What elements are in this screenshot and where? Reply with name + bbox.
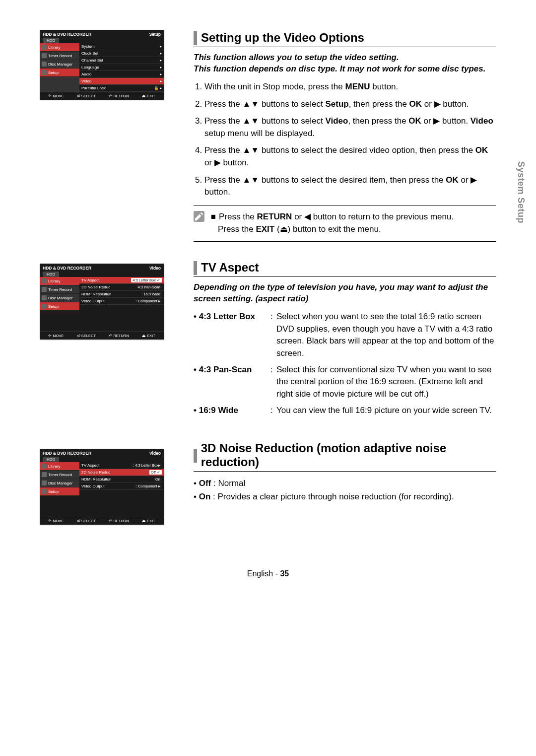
nav-timer: Timer Record [48, 54, 72, 58]
aspect-desc: Select when you want to see the total 16… [276, 311, 496, 360]
osd-menu-item: Video Output: Component ▸ [79, 298, 164, 305]
right-column: Setting up the Video Options This functi… [179, 30, 496, 540]
nav-setup: Setup [48, 489, 59, 494]
osd-menu-item: Channel Set▸ [79, 57, 164, 64]
step-2: Press the ▲▼ buttons to select Setup, th… [204, 98, 496, 111]
osd-menu-item: Audio▸ [79, 71, 164, 78]
osd-menu-item: Video▸ [79, 78, 164, 85]
exit-icon: ⏏ [142, 94, 146, 98]
aspect-label: 4:3 Letter Box [194, 311, 270, 360]
nav-library: Library [48, 464, 60, 469]
osd-title: HDD & DVD RECORDER [43, 451, 91, 456]
move-label: MOVE [53, 334, 64, 338]
intro-video-options: This function allows you to setup the vi… [194, 52, 496, 75]
pencil-icon [194, 211, 204, 222]
osd-corner: Video [149, 451, 161, 456]
osd-3d-noise: HDD & DVD RECORDER Video HDD Library Tim… [40, 449, 164, 525]
nav-timer: Timer Record [48, 473, 72, 477]
nav-disc: Disc Manager [48, 62, 72, 67]
page-footer: English - 35 [0, 569, 536, 578]
select-label: SELECT [81, 334, 96, 338]
osd-title: HDD & DVD RECORDER [43, 266, 91, 271]
osd-corner: Setup [149, 32, 161, 37]
footer-page: 35 [280, 569, 289, 578]
hdd-tab: HDD [43, 272, 59, 277]
select-label: SELECT [81, 519, 96, 523]
osd-menu-item: Parental Lock🔒 ▸ [79, 85, 164, 92]
heading-text: Setting up the Video Options [201, 30, 364, 47]
step-4: Press the ▲▼ buttons to select the desir… [204, 144, 496, 169]
osd-menu-item: HDMI ResolutionOn [79, 476, 164, 483]
nav-setup: Setup [48, 304, 59, 309]
return-icon: ↶ [109, 519, 112, 523]
step-1: With the unit in Stop mode, press the ME… [204, 81, 496, 93]
exit-icon: ⏏ [142, 519, 146, 523]
heading-text: 3D Noise Reduction (motion adaptive nois… [201, 440, 496, 471]
note-line: ■Press the RETURN or ◀ button to return … [211, 211, 494, 223]
osd-title: HDD & DVD RECORDER [43, 32, 91, 37]
hdd-tab: HDD [43, 38, 59, 43]
heading-3d-noise: 3D Noise Reduction (motion adaptive nois… [194, 440, 496, 472]
aspect-desc: You can view the full 16:9 picture on yo… [276, 405, 496, 417]
osd-menu-item: HDMI Resolution16:9 Wide [79, 291, 164, 298]
noise-list: Off : NormalOn : Provides a clear pictur… [194, 477, 496, 503]
heading-tv-aspect: TV Aspect [194, 260, 496, 277]
osd-menu-item: TV Aspect: 4:3 Letter Box▸ [79, 462, 164, 469]
move-icon: ✢ [48, 94, 52, 98]
step-5: Press the ▲▼ buttons to select the desir… [204, 174, 496, 199]
noise-item: On : Provides a clear picture through no… [194, 490, 496, 503]
return-icon: ↶ [109, 334, 112, 338]
aspect-row: 16:9 Wide:You can view the full 16:9 pic… [194, 405, 496, 417]
exit-label: EXIT [147, 94, 155, 98]
osd-menu-item: 3D Noise ReducOff ✓ [79, 469, 164, 476]
osd-menu-item: Video Output: Component ▸ [79, 483, 164, 490]
exit-label: EXIT [147, 334, 155, 338]
aspect-row: 4:3 Pan-Scan:Select this for conventiona… [194, 364, 496, 401]
noise-item: Off : Normal [194, 477, 496, 490]
nav-library: Library [48, 45, 60, 50]
heading-video-options: Setting up the Video Options [194, 30, 496, 47]
intro-tv-aspect: Depending on the type of television you … [194, 282, 496, 305]
nav-setup: Setup [48, 70, 59, 75]
aspect-desc: Select this for conventional size TV whe… [276, 364, 496, 401]
osd-nav: Library Timer Record Disc Manager Setup [40, 43, 79, 92]
exit-icon: ⏏ [142, 334, 146, 338]
select-label: SELECT [81, 94, 96, 98]
move-label: MOVE [53, 94, 64, 98]
osd-menu: System▸Clock Set▸Channel Set▸Language▸Au… [79, 43, 164, 92]
footer-lang: English [247, 569, 273, 578]
move-label: MOVE [53, 519, 64, 523]
return-label: RETURN [113, 519, 129, 523]
move-icon: ✢ [48, 519, 52, 523]
osd-menu-item: 3D Noise Reduc4:3 Pan-Scan [79, 284, 164, 291]
aspect-row: 4:3 Letter Box:Select when you want to s… [194, 311, 496, 360]
osd-menu-item: Clock Set▸ [79, 50, 164, 57]
hdd-tab: HDD [43, 457, 59, 462]
aspect-list: 4:3 Letter Box:Select when you want to s… [194, 311, 496, 416]
return-icon: ↶ [109, 94, 112, 98]
nav-timer: Timer Record [48, 287, 72, 292]
aspect-label: 4:3 Pan-Scan [194, 364, 270, 401]
select-icon: ⏎ [77, 519, 80, 523]
steps-list: With the unit in Stop mode, press the ME… [194, 81, 496, 199]
return-label: RETURN [113, 334, 129, 338]
note-box: ■Press the RETURN or ◀ button to return … [194, 206, 496, 242]
aspect-label: 16:9 Wide [194, 405, 270, 417]
osd-setup-menu: HDD & DVD RECORDER Setup HDD Library Tim… [40, 30, 164, 100]
note-line: Press the EXIT (⏏) button to exit the me… [211, 223, 494, 236]
nav-disc: Disc Manager [48, 296, 72, 300]
osd-menu-item: Language▸ [79, 64, 164, 71]
nav-disc: Disc Manager [48, 481, 72, 485]
left-column: HDD & DVD RECORDER Setup HDD Library Tim… [40, 30, 179, 540]
osd-tv-aspect: HDD & DVD RECORDER Video HDD Library Tim… [40, 264, 164, 340]
return-label: RETURN [113, 94, 129, 98]
nav-library: Library [48, 279, 60, 283]
osd-footer: ✢ MOVE ⏎ SELECT ↶ RETURN ⏏ EXIT [40, 92, 164, 100]
select-icon: ⏎ [77, 94, 80, 98]
select-icon: ⏎ [77, 334, 80, 338]
exit-label: EXIT [147, 519, 155, 523]
osd-corner: Video [149, 266, 161, 271]
osd-menu-item: System▸ [79, 43, 164, 50]
move-icon: ✢ [48, 334, 52, 338]
heading-text: TV Aspect [201, 260, 259, 276]
